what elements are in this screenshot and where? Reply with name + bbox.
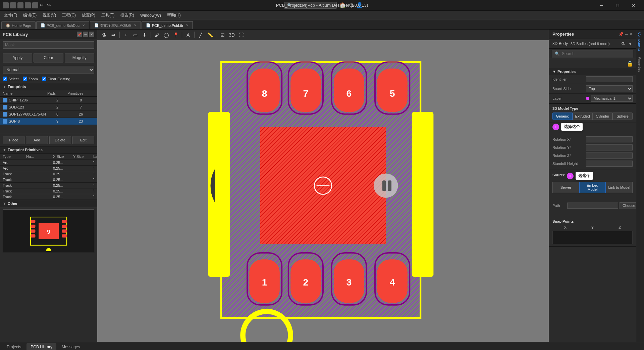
tab-pcblib[interactable]: 📄智能车主板.PcbLib✕: [90, 21, 141, 29]
paint-tool[interactable]: 🖌: [153, 31, 161, 39]
minimize-button[interactable]: ─: [594, 0, 609, 11]
side-tab-properties[interactable]: Properties: [636, 54, 644, 75]
fullscreen-tool[interactable]: ⛶: [237, 31, 245, 39]
tab-pcbdemopcblib[interactable]: 📄PCB_demo.PcbLib✕: [142, 21, 193, 29]
bottom-tab-messages[interactable]: Messages: [58, 343, 84, 350]
prim-row-2[interactable]: Track0.25...Top...: [0, 171, 97, 177]
place-button[interactable]: Place: [3, 136, 24, 144]
tab-close-2[interactable]: ✕: [134, 24, 137, 27]
close-button[interactable]: ✕: [626, 0, 641, 11]
delete-button[interactable]: Delete: [49, 136, 71, 144]
drc-tool[interactable]: ☑: [218, 31, 226, 39]
menubar: 文件(F)编辑(E)视图(V)工程(C)放置(P)工具(T)报告(R)Windo…: [0, 11, 644, 20]
rotation-x-input[interactable]: 0.000: [586, 136, 633, 142]
rotation-y-input[interactable]: 0.000: [586, 144, 633, 150]
3d-view-tool[interactable]: 3D: [228, 31, 236, 39]
path-input[interactable]: [567, 203, 618, 209]
clear-existing-checkbox[interactable]: [42, 77, 46, 81]
clear-existing-checkbox-label[interactable]: Clear Existing: [42, 77, 70, 81]
mode-dropdown[interactable]: Normal: [3, 66, 94, 74]
prim-row-0[interactable]: Arc0.25...Top...: [0, 160, 97, 166]
net-tool[interactable]: ⇌: [109, 31, 117, 39]
server-button[interactable]: Server: [552, 182, 579, 193]
apply-button[interactable]: Apply: [3, 53, 32, 62]
menu-item-h[interactable]: 帮助(H): [164, 11, 183, 19]
filter-icon[interactable]: ⚗: [621, 41, 625, 46]
prim-row-6[interactable]: Track0.25...Top...: [0, 194, 97, 200]
edit-button[interactable]: Edit: [72, 136, 94, 144]
link-to-model-button[interactable]: Link to Model: [606, 182, 633, 193]
menu-item-e[interactable]: 编辑(E): [20, 11, 39, 19]
menu-item-windoww[interactable]: Window(W): [138, 12, 164, 19]
footprints-table: CHIP_120628SOD-12327SOP127P600X175-8N826…: [0, 97, 97, 134]
identifier-input[interactable]: [586, 76, 633, 82]
tab-pcbdemoschdoc[interactable]: 📄PCB_demo.SchDoc✕: [36, 21, 89, 29]
right-min-icon[interactable]: ─: [625, 32, 628, 37]
line-tool[interactable]: ╱: [197, 31, 205, 39]
mask-input[interactable]: [3, 41, 94, 49]
menu-item-f[interactable]: 文件(F): [1, 11, 20, 19]
footprint-pads-0: 2: [47, 98, 67, 102]
layer-select[interactable]: Mechanical 1: [591, 95, 633, 102]
clear-button[interactable]: Clear: [34, 53, 63, 62]
filter-tool[interactable]: ⚗: [100, 31, 108, 39]
zoom-checkbox-label[interactable]: Zoom: [23, 77, 38, 81]
panel-minimize-button[interactable]: ─: [83, 32, 88, 37]
rotation-z-input[interactable]: 0.000: [586, 152, 633, 159]
layer-label: Layer: [552, 96, 586, 100]
circle-tool[interactable]: ◯: [162, 31, 170, 39]
text-tool[interactable]: A: [184, 31, 192, 39]
add-button[interactable]: Add: [26, 136, 48, 144]
model-generic-button[interactable]: Generic: [552, 113, 573, 120]
panel-close-button[interactable]: ✕: [89, 32, 94, 37]
right-pin-icon[interactable]: 📌: [619, 32, 624, 37]
standoff-input[interactable]: 0mm: [586, 161, 633, 167]
model-cylinder-button[interactable]: Cylinder: [593, 113, 613, 120]
prim-row-3[interactable]: Track0.25...Top...: [0, 177, 97, 183]
embed-model-button[interactable]: Embed Model: [579, 182, 606, 193]
lock-icon[interactable]: 🔒: [627, 60, 633, 67]
magnify-button[interactable]: Magnify: [65, 53, 94, 62]
panel-pin-button[interactable]: 📌: [77, 32, 82, 37]
right-close-icon[interactable]: ✕: [629, 32, 633, 37]
prim-row-4[interactable]: Track0.25...Top...: [0, 183, 97, 188]
board-side-select[interactable]: Top Bottom: [586, 85, 633, 92]
menu-item-r[interactable]: 报告(R): [118, 11, 137, 19]
model-extruded-button[interactable]: Extruded: [573, 113, 593, 120]
menu-item-c[interactable]: 工程(C): [59, 11, 78, 19]
menu-item-v[interactable]: 视图(V): [40, 11, 59, 19]
footprint-row-3[interactable]: SOP-8923: [0, 118, 97, 125]
redo-icon[interactable]: ↪: [47, 2, 53, 8]
svg-text:9: 9: [47, 229, 50, 235]
pcb-canvas[interactable]: 8 7 6 5 1: [97, 40, 549, 342]
footprint-row-2[interactable]: SOP127P600X175-8N826: [0, 111, 97, 118]
prop-search-input[interactable]: [562, 51, 630, 56]
bottom-tab-pcb-library[interactable]: PCB Library: [26, 343, 56, 350]
tab-homepage[interactable]: 🏠Home Page: [1, 21, 36, 29]
menu-item-p[interactable]: 放置(P): [79, 11, 98, 19]
choose-button[interactable]: Choose...: [620, 202, 636, 209]
bottom-tab-projects[interactable]: Projects: [3, 343, 25, 350]
svg-rect-26: [412, 112, 434, 277]
filter-expand-icon[interactable]: ▼: [628, 41, 633, 46]
prop-search-icon: 🔍: [555, 51, 560, 56]
select-checkbox[interactable]: [3, 77, 7, 81]
zoom-checkbox[interactable]: [23, 77, 27, 81]
tab-close-1[interactable]: ✕: [82, 24, 85, 27]
model-sphere-button[interactable]: Sphere: [612, 113, 633, 120]
prim-row-1[interactable]: Arc0.25...Top...: [0, 166, 97, 171]
maximize-button[interactable]: □: [610, 0, 625, 11]
add-tool[interactable]: +: [122, 31, 130, 39]
footprint-row-0[interactable]: CHIP_120628: [0, 97, 97, 104]
measure-tool[interactable]: 📏: [206, 31, 214, 39]
undo-icon[interactable]: ↩: [40, 2, 46, 8]
pin-tool[interactable]: 📍: [172, 31, 180, 39]
tab-close-3[interactable]: ✕: [186, 24, 189, 27]
menu-item-t[interactable]: 工具(T): [99, 11, 117, 19]
prim-row-5[interactable]: Track0.25...Top...: [0, 188, 97, 194]
download-tool[interactable]: ⬇: [141, 31, 149, 39]
select-checkbox-label[interactable]: Select: [3, 77, 19, 81]
footprint-row-1[interactable]: SOD-12327: [0, 104, 97, 111]
rect-tool[interactable]: ▭: [131, 31, 139, 39]
side-tab-components[interactable]: Components: [636, 30, 644, 54]
